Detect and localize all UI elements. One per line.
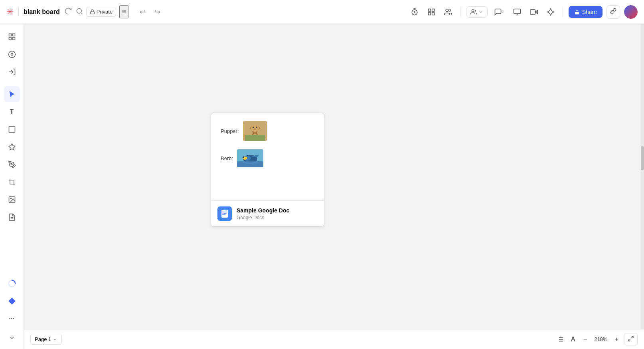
redo-button[interactable]: ↪ xyxy=(151,6,164,18)
svg-rect-44 xyxy=(245,135,265,141)
card-bottom[interactable]: Sample Google Doc Google Docs xyxy=(211,201,324,226)
link-button[interactable] xyxy=(606,5,620,19)
comment-icon-button[interactable] xyxy=(492,6,507,18)
svg-rect-7 xyxy=(432,12,434,15)
share-label: Share xyxy=(582,9,597,15)
page-label: Page 1 xyxy=(35,336,51,342)
svg-rect-55 xyxy=(222,213,227,214)
share-button[interactable]: Share xyxy=(569,6,603,18)
pupper-label: Pupper: xyxy=(221,128,239,134)
sidebar-item-loading[interactable] xyxy=(4,276,20,291)
zoom-in-button[interactable]: + xyxy=(612,334,622,345)
svg-rect-4 xyxy=(428,9,431,11)
fit-button[interactable] xyxy=(624,333,638,345)
berb-label: Berb: xyxy=(221,155,233,161)
sidebar-bottom: ··· xyxy=(4,276,20,344)
svg-rect-16 xyxy=(9,34,11,36)
bottombar: Page 1 A − 218% + xyxy=(24,329,644,349)
gdoc-text: Sample Google Doc Google Docs xyxy=(237,207,289,220)
zoom-level: 218% xyxy=(593,336,609,342)
card-top: Pupper: xyxy=(211,113,324,201)
svg-rect-14 xyxy=(530,10,535,14)
svg-point-8 xyxy=(446,9,448,12)
svg-marker-26 xyxy=(8,144,15,150)
gdoc-title: Sample Google Doc xyxy=(237,207,289,214)
topbar: ✳ blank board Private ≡ ↩ ↪ xyxy=(0,0,644,24)
topbar-right: Share xyxy=(408,5,638,19)
svg-point-9 xyxy=(472,10,474,12)
svg-point-52 xyxy=(242,161,258,164)
undo-button[interactable]: ↩ xyxy=(136,6,149,18)
canvas: Pupper: xyxy=(24,24,644,349)
sidebar-item-crop[interactable] xyxy=(4,174,20,190)
svg-line-64 xyxy=(631,336,633,338)
present-icon-button[interactable] xyxy=(511,6,523,18)
bird-svg xyxy=(237,149,263,167)
avatar[interactable] xyxy=(624,5,638,19)
sidebar-item-collapse[interactable] xyxy=(4,328,20,344)
timer-icon-button[interactable] xyxy=(408,6,421,18)
dog-svg xyxy=(243,121,267,141)
svg-point-21 xyxy=(11,54,13,56)
privacy-button[interactable]: Private xyxy=(86,7,116,17)
sidebar-item-pen[interactable] xyxy=(4,157,20,173)
svg-point-50 xyxy=(243,157,244,158)
search-icon[interactable] xyxy=(76,8,83,16)
video-icon-button[interactable] xyxy=(527,6,540,18)
bottombar-right: A − 218% + xyxy=(554,333,638,345)
topbar-mid: ↩ ↪ xyxy=(136,6,164,18)
page-select[interactable]: Page 1 xyxy=(30,334,62,345)
svg-point-38 xyxy=(251,125,259,132)
gdoc-icon xyxy=(217,206,232,221)
sidebar-item-signin[interactable] xyxy=(4,64,20,80)
sidebar-item-shapes[interactable] xyxy=(4,139,20,155)
svg-rect-5 xyxy=(432,9,434,11)
sidebar-item-target[interactable] xyxy=(4,46,20,62)
svg-rect-2 xyxy=(90,12,94,14)
sidebar-item-image[interactable] xyxy=(4,192,20,208)
topbar-divider-2 xyxy=(460,7,460,17)
zoom-out-button[interactable]: − xyxy=(580,334,590,345)
svg-line-1 xyxy=(81,12,82,14)
sidebar-item-cursor[interactable] xyxy=(4,86,20,102)
svg-rect-10 xyxy=(514,9,520,14)
svg-point-41 xyxy=(253,129,257,131)
sidebar-item-more[interactable]: ··· xyxy=(4,311,20,327)
pupper-image xyxy=(243,121,267,141)
sidebar-item-frame[interactable] xyxy=(4,121,20,137)
logo-icon[interactable]: ✳ xyxy=(6,7,14,17)
gdoc-subtitle: Google Docs xyxy=(237,215,289,220)
svg-marker-33 xyxy=(8,298,15,305)
ai-icon-button[interactable] xyxy=(544,6,557,18)
svg-rect-54 xyxy=(222,212,227,212)
board-title[interactable]: blank board xyxy=(24,8,60,16)
gdoc-icon-inner xyxy=(217,206,232,221)
svg-rect-18 xyxy=(9,38,11,40)
save-icon[interactable] xyxy=(65,8,72,16)
avatar-image xyxy=(624,5,638,19)
right-scrollbar[interactable] xyxy=(641,24,644,329)
svg-point-27 xyxy=(11,164,12,165)
sidebar-item-sticky[interactable] xyxy=(4,209,20,225)
svg-line-65 xyxy=(628,339,630,341)
list-view-button[interactable] xyxy=(554,333,566,345)
text-style-button[interactable]: A xyxy=(569,333,578,345)
svg-rect-6 xyxy=(428,12,431,15)
sidebar-item-diamond[interactable] xyxy=(4,293,20,309)
privacy-label: Private xyxy=(97,9,113,15)
svg-point-29 xyxy=(10,198,11,199)
pupper-row: Pupper: xyxy=(221,121,314,141)
people-icon-button[interactable] xyxy=(442,6,454,18)
berb-image xyxy=(237,148,263,168)
sidebar-item-text[interactable]: T xyxy=(4,104,20,120)
topbar-divider-1 xyxy=(18,8,19,16)
menu-button[interactable]: ≡ xyxy=(119,5,128,18)
card: Pupper: xyxy=(211,113,324,227)
sidebar-item-grid[interactable] xyxy=(4,29,20,45)
svg-rect-17 xyxy=(12,34,15,36)
svg-marker-13 xyxy=(535,10,537,13)
topbar-left: ✳ blank board Private ≡ xyxy=(6,5,128,18)
team-button[interactable] xyxy=(466,6,488,18)
board-icon-button[interactable] xyxy=(425,6,438,18)
topbar-divider-3 xyxy=(563,7,563,17)
